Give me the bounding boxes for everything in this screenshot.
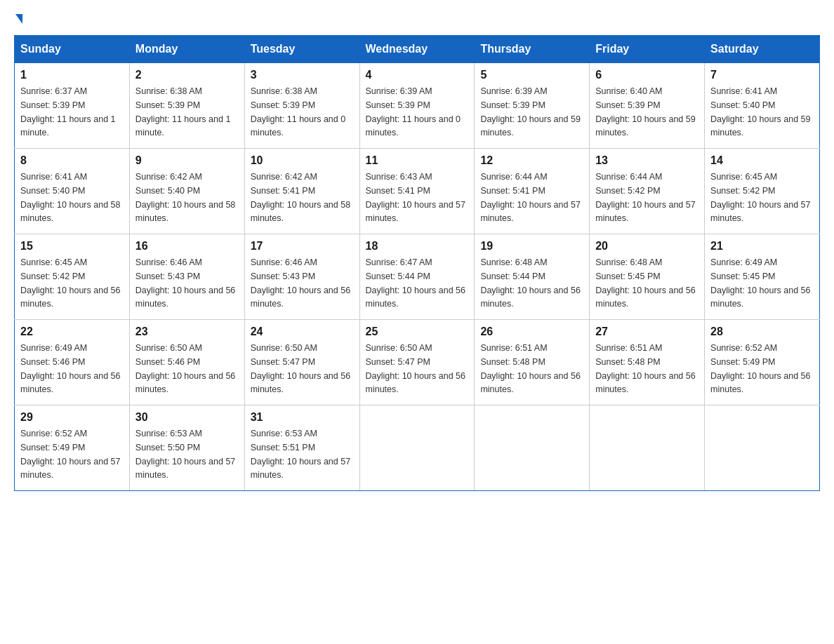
day-info: Sunrise: 6:52 AMSunset: 5:49 PMDaylight:… [710,343,810,394]
day-info: Sunrise: 6:46 AMSunset: 5:43 PMDaylight:… [251,257,350,309]
day-number: 18 [366,240,469,253]
calendar-cell: 24Sunrise: 6:50 AMSunset: 5:47 PMDayligh… [244,320,359,405]
day-number: 8 [20,154,124,167]
day-number: 4 [366,69,469,81]
day-info: Sunrise: 6:42 AMSunset: 5:40 PMDaylight:… [135,172,235,223]
calendar-cell [475,405,590,491]
day-info: Sunrise: 6:37 AMSunset: 5:39 PMDaylight:… [20,86,116,137]
calendar-cell: 26Sunrise: 6:51 AMSunset: 5:48 PMDayligh… [475,320,590,405]
calendar-table: SundayMondayTuesdayWednesdayThursdayFrid… [14,35,820,491]
day-number: 22 [20,326,124,338]
day-info: Sunrise: 6:45 AMSunset: 5:42 PMDaylight:… [710,172,810,223]
calendar-cell [590,405,705,491]
day-number: 25 [366,326,469,338]
day-number: 2 [135,69,239,81]
day-info: Sunrise: 6:53 AMSunset: 5:50 PMDaylight:… [135,429,235,480]
calendar-cell: 8Sunrise: 6:41 AMSunset: 5:40 PMDaylight… [15,149,130,234]
day-info: Sunrise: 6:49 AMSunset: 5:46 PMDaylight:… [20,343,120,394]
calendar-cell: 2Sunrise: 6:38 AMSunset: 5:39 PMDaylight… [129,63,244,149]
day-number: 7 [710,69,814,81]
day-info: Sunrise: 6:50 AMSunset: 5:47 PMDaylight:… [251,343,350,394]
calendar-week-row: 15Sunrise: 6:45 AMSunset: 5:42 PMDayligh… [15,234,820,320]
day-info: Sunrise: 6:44 AMSunset: 5:41 PMDaylight:… [480,172,580,223]
calendar-cell: 25Sunrise: 6:50 AMSunset: 5:47 PMDayligh… [359,320,475,405]
calendar-cell: 16Sunrise: 6:46 AMSunset: 5:43 PMDayligh… [129,234,244,320]
calendar-cell: 20Sunrise: 6:48 AMSunset: 5:45 PMDayligh… [590,234,705,320]
day-number: 1 [20,69,124,81]
day-info: Sunrise: 6:48 AMSunset: 5:44 PMDaylight:… [480,257,580,309]
column-header-thursday: Thursday [475,36,590,63]
day-number: 16 [135,240,239,253]
day-number: 17 [251,240,354,253]
day-number: 3 [251,69,354,81]
day-number: 12 [480,154,583,167]
day-info: Sunrise: 6:49 AMSunset: 5:45 PMDaylight:… [710,257,810,309]
day-number: 14 [710,154,814,167]
day-info: Sunrise: 6:41 AMSunset: 5:40 PMDaylight:… [710,86,810,137]
calendar-cell: 15Sunrise: 6:45 AMSunset: 5:42 PMDayligh… [15,234,130,320]
calendar-week-row: 29Sunrise: 6:52 AMSunset: 5:49 PMDayligh… [15,405,820,491]
day-number: 28 [710,326,814,338]
calendar-cell: 29Sunrise: 6:52 AMSunset: 5:49 PMDayligh… [15,405,130,491]
day-info: Sunrise: 6:39 AMSunset: 5:39 PMDaylight:… [366,86,461,137]
column-header-tuesday: Tuesday [244,36,359,63]
calendar-cell: 28Sunrise: 6:52 AMSunset: 5:49 PMDayligh… [705,320,820,405]
day-number: 24 [251,326,354,338]
calendar-cell [359,405,475,491]
column-header-sunday: Sunday [15,36,130,63]
day-info: Sunrise: 6:41 AMSunset: 5:40 PMDaylight:… [20,172,120,223]
calendar-cell: 17Sunrise: 6:46 AMSunset: 5:43 PMDayligh… [244,234,359,320]
day-number: 5 [480,69,583,81]
day-info: Sunrise: 6:51 AMSunset: 5:48 PMDaylight:… [480,343,580,394]
day-info: Sunrise: 6:47 AMSunset: 5:44 PMDaylight:… [366,257,465,309]
day-info: Sunrise: 6:42 AMSunset: 5:41 PMDaylight:… [251,172,350,223]
calendar-cell: 14Sunrise: 6:45 AMSunset: 5:42 PMDayligh… [705,149,820,234]
day-number: 26 [480,326,583,338]
calendar-week-row: 8Sunrise: 6:41 AMSunset: 5:40 PMDaylight… [15,149,820,234]
calendar-cell: 19Sunrise: 6:48 AMSunset: 5:44 PMDayligh… [475,234,590,320]
calendar-cell [705,405,820,491]
day-number: 31 [251,411,354,424]
day-info: Sunrise: 6:48 AMSunset: 5:45 PMDaylight:… [595,257,695,309]
calendar-cell: 10Sunrise: 6:42 AMSunset: 5:41 PMDayligh… [244,149,359,234]
calendar-cell: 3Sunrise: 6:38 AMSunset: 5:39 PMDaylight… [244,63,359,149]
day-number: 20 [595,240,699,253]
day-info: Sunrise: 6:40 AMSunset: 5:39 PMDaylight:… [595,86,695,137]
calendar-cell: 4Sunrise: 6:39 AMSunset: 5:39 PMDaylight… [359,63,475,149]
day-number: 11 [366,154,469,167]
day-info: Sunrise: 6:39 AMSunset: 5:39 PMDaylight:… [480,86,580,137]
day-info: Sunrise: 6:45 AMSunset: 5:42 PMDaylight:… [20,257,120,309]
day-number: 10 [251,154,354,167]
calendar-cell: 23Sunrise: 6:50 AMSunset: 5:46 PMDayligh… [129,320,244,405]
calendar-cell: 11Sunrise: 6:43 AMSunset: 5:41 PMDayligh… [359,149,475,234]
calendar-cell: 9Sunrise: 6:42 AMSunset: 5:40 PMDaylight… [129,149,244,234]
day-info: Sunrise: 6:43 AMSunset: 5:41 PMDaylight:… [366,172,465,223]
calendar-cell: 18Sunrise: 6:47 AMSunset: 5:44 PMDayligh… [359,234,475,320]
calendar-cell: 5Sunrise: 6:39 AMSunset: 5:39 PMDaylight… [475,63,590,149]
day-info: Sunrise: 6:50 AMSunset: 5:47 PMDaylight:… [366,343,465,394]
day-number: 13 [595,154,699,167]
day-info: Sunrise: 6:38 AMSunset: 5:39 PMDaylight:… [251,86,346,137]
calendar-week-row: 1Sunrise: 6:37 AMSunset: 5:39 PMDaylight… [15,63,820,149]
page-header [14,14,820,24]
calendar-cell: 12Sunrise: 6:44 AMSunset: 5:41 PMDayligh… [475,149,590,234]
calendar-cell: 22Sunrise: 6:49 AMSunset: 5:46 PMDayligh… [15,320,130,405]
calendar-cell: 7Sunrise: 6:41 AMSunset: 5:40 PMDaylight… [705,63,820,149]
logo [14,14,22,24]
day-info: Sunrise: 6:44 AMSunset: 5:42 PMDaylight:… [595,172,695,223]
calendar-cell: 6Sunrise: 6:40 AMSunset: 5:39 PMDaylight… [590,63,705,149]
calendar-cell: 21Sunrise: 6:49 AMSunset: 5:45 PMDayligh… [705,234,820,320]
day-number: 15 [20,240,124,253]
calendar-cell: 30Sunrise: 6:53 AMSunset: 5:50 PMDayligh… [129,405,244,491]
day-info: Sunrise: 6:50 AMSunset: 5:46 PMDaylight:… [135,343,235,394]
day-number: 30 [135,411,239,424]
day-number: 29 [20,411,124,424]
day-number: 19 [480,240,583,253]
day-number: 9 [135,154,239,167]
day-info: Sunrise: 6:38 AMSunset: 5:39 PMDaylight:… [135,86,231,137]
calendar-week-row: 22Sunrise: 6:49 AMSunset: 5:46 PMDayligh… [15,320,820,405]
calendar-cell: 13Sunrise: 6:44 AMSunset: 5:42 PMDayligh… [590,149,705,234]
day-info: Sunrise: 6:52 AMSunset: 5:49 PMDaylight:… [20,429,120,480]
column-header-friday: Friday [590,36,705,63]
calendar-header-row: SundayMondayTuesdayWednesdayThursdayFrid… [15,36,820,63]
